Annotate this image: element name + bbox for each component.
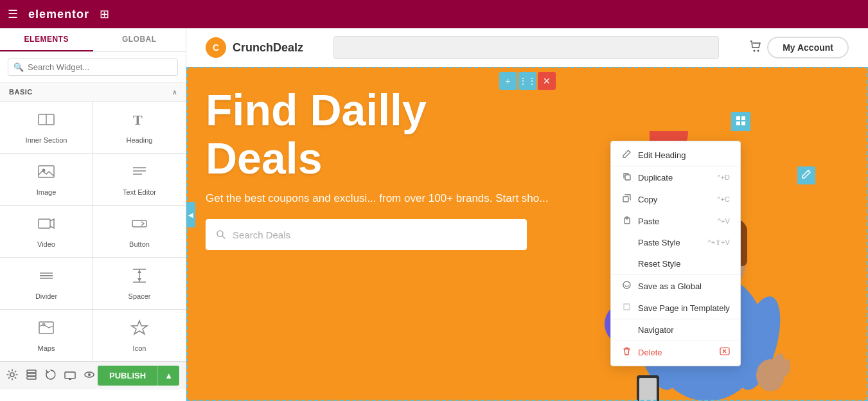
history-icon[interactable] (45, 369, 57, 383)
spacer-icon (130, 267, 148, 289)
sidebar-collapse-button[interactable]: ◀ (186, 202, 195, 227)
icon-widget-icon (130, 319, 148, 341)
widget-spacer[interactable]: Spacer (93, 258, 186, 309)
svg-point-28 (754, 49, 756, 51)
move-section-button[interactable]: ⋮⋮ (518, 72, 536, 90)
widget-button[interactable]: Button (93, 206, 186, 257)
cart-icon[interactable] (748, 39, 763, 57)
svg-rect-16 (39, 322, 53, 334)
widget-divider[interactable]: Divider (0, 258, 93, 309)
widget-label-image: Image (37, 188, 57, 196)
context-save-templately-label: Save Page in Templately (638, 303, 730, 313)
add-section-button[interactable]: + (499, 72, 517, 90)
grid-icon[interactable]: ⊞ (100, 7, 109, 21)
widget-image[interactable]: Image (0, 154, 93, 205)
widget-heading[interactable]: T Heading (93, 102, 186, 153)
section-arrow: ∧ (172, 89, 177, 96)
widget-label-inner-section: Inner Section (26, 136, 67, 144)
context-copy[interactable]: Copy ^+C (611, 188, 740, 210)
inner-section-icon (37, 111, 55, 132)
context-duplicate[interactable]: Duplicate ^+D (611, 166, 740, 188)
widget-video[interactable]: Video (0, 206, 93, 257)
paste-icon (621, 216, 632, 226)
widget-maps[interactable]: Maps (0, 310, 93, 361)
edit-handle[interactable] (731, 112, 750, 131)
context-save-global[interactable]: Save as a Global (611, 274, 740, 297)
svg-rect-56 (623, 197, 628, 202)
svg-rect-23 (65, 372, 75, 379)
context-paste-style-left: Paste Style (621, 238, 680, 247)
tab-global[interactable]: GLOBAL (93, 28, 186, 51)
hamburger-icon[interactable]: ☰ (8, 7, 18, 21)
svg-rect-33 (741, 121, 745, 125)
svg-point-58 (623, 281, 630, 289)
widget-label-divider: Divider (35, 292, 57, 300)
responsive-icon[interactable] (64, 369, 76, 383)
widget-label-icon: Icon (133, 344, 146, 352)
context-delete[interactable]: Delete (611, 341, 740, 363)
widget-label-text-editor: Text Editor (123, 188, 156, 196)
svg-rect-3 (39, 166, 54, 177)
context-save-global-left: Save as a Global (621, 281, 702, 291)
widget-icon[interactable]: Icon (93, 310, 186, 361)
settings-icon[interactable] (6, 369, 18, 383)
svg-rect-21 (27, 373, 36, 376)
search-input[interactable] (28, 62, 172, 72)
context-paste-label: Paste (638, 217, 659, 226)
context-copy-left: Copy (621, 194, 657, 204)
top-bar-left: ☰ elementor ⊞ (8, 7, 109, 21)
site-logo-text: CrunchDealz (233, 41, 303, 55)
context-paste-style-label: Paste Style (638, 238, 680, 247)
svg-point-29 (757, 49, 759, 51)
widget-label-maps: Maps (38, 344, 55, 352)
publish-group: PUBLISH ▲ (98, 366, 179, 386)
context-navigator[interactable]: Navigator (611, 319, 740, 341)
publish-button[interactable]: PUBLISH (98, 366, 157, 386)
widget-inner-section[interactable]: Inner Section (0, 102, 93, 153)
search-wrap: 🔍 (8, 58, 178, 76)
maps-icon (37, 319, 55, 341)
search-deals-placeholder: Search Deals (233, 229, 290, 240)
svg-point-19 (10, 373, 14, 377)
paste-shortcut: ^+V (718, 217, 730, 225)
context-edit-heading-label: Edit Heading (638, 150, 686, 160)
logo-area: C CrunchDealz (206, 37, 303, 58)
bottom-toolbar: PUBLISH ▲ (0, 361, 186, 389)
context-paste-style[interactable]: Paste Style ^+⇧+V (611, 232, 740, 253)
delete-icon (621, 347, 632, 357)
context-paste-left: Paste (621, 216, 659, 226)
context-navigator-left: Navigator (621, 325, 674, 335)
context-save-templately[interactable]: Save Page in Templately (611, 297, 740, 319)
button-icon (130, 215, 148, 236)
context-edit-heading[interactable]: Edit Heading (611, 144, 740, 166)
widget-label-spacer: Spacer (128, 292, 151, 300)
context-duplicate-label: Duplicate (638, 173, 673, 183)
eye-icon[interactable] (84, 369, 95, 383)
svg-point-27 (88, 373, 91, 376)
layers-icon[interactable] (26, 369, 37, 383)
paste-style-shortcut: ^+⇧+V (708, 238, 730, 247)
context-delete-left: Delete (621, 347, 662, 357)
delete-section-button[interactable]: ✕ (538, 72, 556, 90)
sidebar: ELEMENTS GLOBAL 🔍 BASIC ∧ Inner Section (0, 28, 186, 401)
svg-rect-31 (741, 116, 745, 120)
svg-marker-18 (132, 321, 147, 334)
bottom-icons (6, 369, 95, 383)
top-bar: ☰ elementor ⊞ (0, 0, 868, 28)
tab-elements[interactable]: ELEMENTS (0, 28, 93, 51)
context-reset-style[interactable]: Reset Style (611, 253, 740, 274)
search-deals-bar[interactable]: Search Deals (206, 219, 527, 250)
edit-handle-icon (736, 116, 746, 128)
video-icon (37, 215, 55, 236)
my-account-button[interactable]: My Account (767, 37, 849, 58)
section-basic[interactable]: BASIC ∧ (0, 83, 186, 101)
svg-rect-20 (27, 370, 36, 373)
context-paste[interactable]: Paste ^+V (611, 210, 740, 232)
svg-rect-30 (736, 116, 740, 120)
widget-text-editor[interactable]: Text Editor (93, 154, 186, 205)
image-edit-handle[interactable] (797, 166, 815, 184)
context-reset-style-left: Reset Style (621, 259, 680, 269)
header-search-bar[interactable] (333, 36, 719, 59)
publish-dropdown-button[interactable]: ▲ (157, 366, 179, 386)
preview-header: C CrunchDealz My Account (186, 28, 868, 67)
